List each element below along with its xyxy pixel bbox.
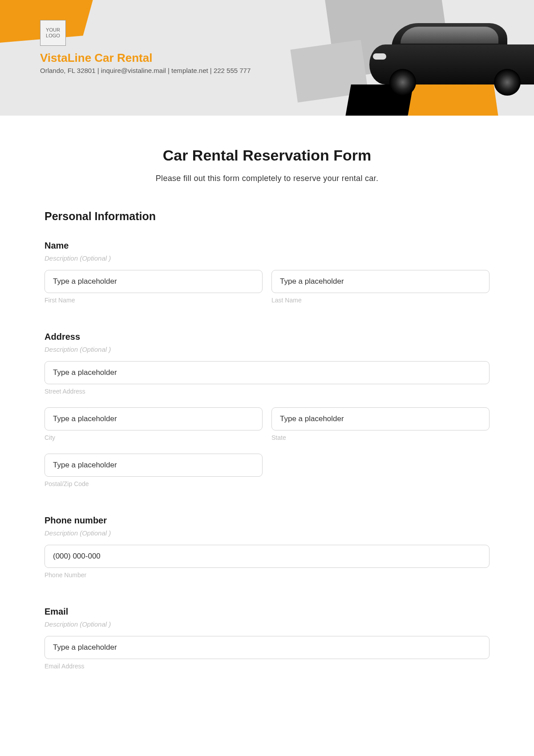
phone-sublabel: Phone Number (44, 571, 490, 579)
phone-label: Phone number (44, 515, 490, 526)
email-description: Description (Optional ) (44, 620, 490, 628)
email-sublabel: Email Address (44, 663, 490, 670)
state-input[interactable] (271, 407, 490, 430)
email-input[interactable] (44, 636, 490, 659)
street-sublabel: Street Address (44, 388, 490, 395)
email-label: Email (44, 607, 490, 617)
logo-placeholder: YOUR LOGO (40, 20, 66, 46)
company-info: Orlando, FL 32801 | inquire@vistaline.ma… (40, 67, 251, 74)
postal-code-input[interactable] (44, 454, 263, 477)
section-personal-info: Personal Information (44, 210, 490, 223)
name-label: Name (44, 241, 490, 251)
form-subtitle: Please fill out this form completely to … (44, 174, 490, 183)
last-name-input[interactable] (271, 270, 490, 293)
field-group-phone: Phone number Description (Optional ) Pho… (44, 515, 490, 587)
postal-sublabel: Postal/Zip Code (44, 480, 263, 487)
form-content: Car Rental Reservation Form Please fill … (0, 116, 534, 716)
name-description: Description (Optional ) (44, 254, 490, 262)
first-name-input[interactable] (44, 270, 263, 293)
first-name-sublabel: First Name (44, 297, 263, 304)
page-header: YOUR LOGO VistaLine Car Rental Orlando, … (0, 0, 534, 116)
form-title: Car Rental Reservation Form (44, 147, 490, 164)
field-group-name: Name Description (Optional ) First Name … (44, 241, 490, 312)
street-address-input[interactable] (44, 361, 490, 384)
phone-input[interactable] (44, 545, 490, 568)
field-group-email: Email Description (Optional ) Email Addr… (44, 607, 490, 678)
company-name: VistaLine Car Rental (40, 51, 152, 65)
address-label: Address (44, 332, 490, 342)
city-sublabel: City (44, 434, 263, 441)
phone-description: Description (Optional ) (44, 529, 490, 537)
last-name-sublabel: Last Name (271, 297, 490, 304)
city-input[interactable] (44, 407, 263, 430)
address-description: Description (Optional ) (44, 346, 490, 353)
car-illustration (365, 18, 534, 98)
field-group-address: Address Description (Optional ) Street A… (44, 332, 490, 495)
state-sublabel: State (271, 434, 490, 441)
